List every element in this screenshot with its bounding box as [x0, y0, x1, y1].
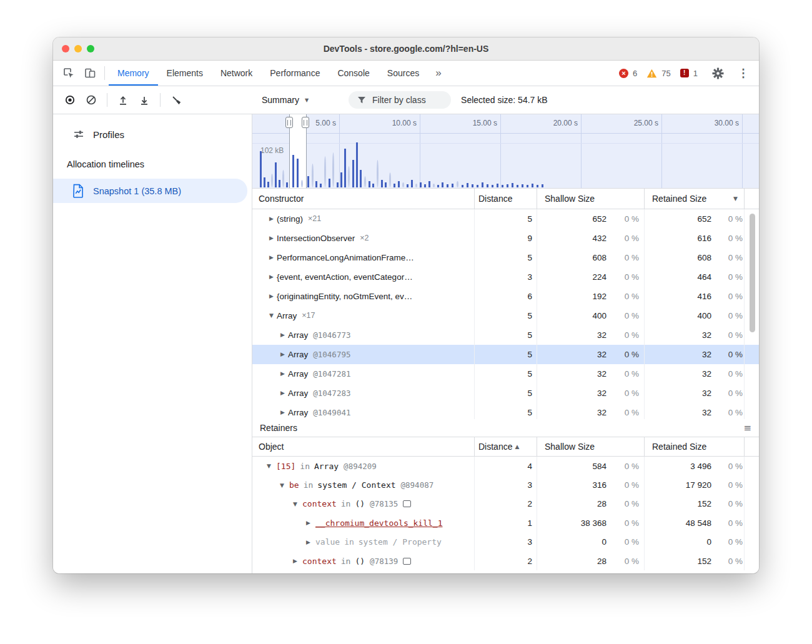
retained-size-cell: 4160 % [644, 287, 744, 306]
column-header-distance[interactable]: Distance ▲ [474, 437, 537, 456]
constructor-row[interactable]: ▶{event, eventAction, eventCategor…32240… [252, 267, 759, 287]
tab-console[interactable]: Console [329, 61, 378, 86]
tab-network[interactable]: Network [212, 61, 261, 86]
expand-arrow-icon[interactable]: ▶ [290, 558, 300, 564]
retainer-row[interactable]: ▶contextin()@781392280 %1520 % [252, 552, 759, 570]
object-cell: ▼beinsystem / Context@894087 [252, 475, 474, 494]
more-options-icon[interactable]: ⋮ [733, 63, 754, 83]
selection-handle[interactable] [285, 117, 293, 128]
expand-arrow-icon[interactable]: ▶ [277, 409, 288, 415]
column-header-retained-size[interactable]: Retained Size [644, 437, 744, 456]
snapshot-item[interactable]: Snapshot 1 (35.8 MB) [53, 179, 247, 203]
distance-cell: 9 [474, 229, 537, 248]
constructor-row[interactable]: ▶(string)×2156520 %6520 % [252, 209, 759, 229]
column-header-object[interactable]: Object [252, 437, 474, 456]
property-name: context [302, 557, 337, 566]
load-profile-icon[interactable] [112, 89, 134, 111]
expand-arrow-icon[interactable]: ▶ [303, 520, 314, 526]
record-heap-icon[interactable] [59, 89, 81, 111]
shallow-size-cell: 320 % [537, 364, 644, 384]
row-gutter [744, 457, 759, 475]
issues-icon[interactable]: ! [680, 69, 689, 77]
clear-icon[interactable] [81, 89, 102, 111]
expand-arrow-icon[interactable]: ▶ [266, 254, 277, 260]
console-warnings-icon[interactable] [646, 69, 657, 78]
inspect-element-icon[interactable] [58, 63, 79, 83]
constructor-row[interactable]: ▶Array@10490415320 %320 % [252, 403, 759, 419]
constructor-row[interactable]: ▶{originatingEntity, noGtmEvent, ev…6192… [252, 287, 759, 306]
class-filter[interactable] [349, 91, 451, 109]
warnings-count[interactable]: 75 [661, 69, 670, 78]
object-cell: ▼[15]inArray@894209 [252, 457, 474, 475]
tab-memory[interactable]: Memory [109, 61, 158, 86]
timeline-bar [301, 180, 303, 187]
timeline-bar [315, 181, 317, 187]
expand-arrow-icon[interactable]: ▶ [266, 215, 277, 222]
tab-performance[interactable]: Performance [261, 61, 329, 86]
expand-arrow-icon[interactable]: ▶ [277, 370, 288, 377]
devtools-body: Profiles Allocation timelines Snapshot 1… [53, 114, 759, 573]
distance-cell: 5 [474, 325, 537, 345]
vertical-scrollbar[interactable] [750, 214, 755, 332]
selection-handle[interactable] [302, 117, 309, 128]
expand-arrow-icon[interactable]: ▶ [277, 390, 288, 396]
tab-sources[interactable]: Sources [379, 61, 428, 86]
constructor-cell: ▶IntersectionObserver×2 [252, 229, 474, 248]
issues-count[interactable]: 1 [693, 69, 698, 78]
class-filter-input[interactable] [371, 94, 442, 106]
retainer-row[interactable]: ▶__chromium_devtools_kill_1138 3680 %48 … [252, 513, 759, 532]
object-id: @1047283 [313, 389, 350, 398]
column-header-shallow-size[interactable]: Shallow Size [537, 437, 644, 456]
constructor-row[interactable]: ▼Array×1754000 %4000 % [252, 306, 759, 325]
close-button[interactable] [62, 45, 69, 52]
constructor-row[interactable]: ▶Array@10472835320 %320 % [252, 384, 759, 403]
settings-gear-icon[interactable] [707, 63, 728, 83]
timeline-bar [411, 180, 413, 187]
constructor-row[interactable]: ▶Array@10467735320 %320 % [252, 325, 759, 345]
expand-arrow-icon[interactable]: ▶ [266, 274, 277, 280]
clear-profiles-broom-icon[interactable] [166, 89, 187, 111]
device-toolbar-icon[interactable] [79, 63, 101, 83]
collapse-arrow-icon[interactable]: ▼ [277, 482, 287, 488]
constructor-name: Array [288, 408, 308, 417]
console-errors-icon[interactable]: × [619, 69, 628, 78]
retainer-row[interactable]: ▼beinsystem / Context@89408733160 %17 92… [252, 475, 759, 494]
object-cell: ▶__chromium_devtools_kill_1 [252, 513, 474, 532]
column-header-shallow-size[interactable]: Shallow Size [537, 189, 644, 209]
perspective-select[interactable]: Summary ▼ [262, 95, 309, 105]
retainer-row[interactable]: ▼contextin()@781352280 %1520 % [252, 495, 759, 513]
tab-elements[interactable]: Elements [158, 61, 212, 86]
expand-arrow-icon[interactable]: ▶ [277, 351, 288, 357]
retainer-row[interactable]: ▶valueinsystem / Property300 %00 % [252, 533, 759, 552]
save-profile-icon[interactable] [134, 89, 155, 111]
column-header-retained-size[interactable]: Retained Size ▼ [644, 189, 744, 209]
timeline-bar [348, 166, 350, 187]
collapse-arrow-icon[interactable]: ▼ [266, 312, 277, 319]
expand-arrow-icon[interactable]: ▶ [266, 293, 277, 299]
more-tabs-icon[interactable]: » [428, 67, 448, 79]
column-header-constructor[interactable]: Constructor [252, 189, 474, 209]
collapse-arrow-icon[interactable]: ▼ [290, 501, 300, 507]
retainer-row[interactable]: ▼[15]inArray@89420945840 %3 4960 % [252, 457, 759, 475]
expand-arrow-icon[interactable]: ▶ [266, 235, 277, 241]
constructor-row[interactable]: ▶Array@10472815320 %320 % [252, 364, 759, 384]
timeline-axis-line [252, 133, 759, 134]
column-header-distance[interactable]: Distance [474, 189, 537, 209]
distance-cell: 3 [474, 475, 537, 494]
timeline-bar [324, 156, 326, 187]
constructor-row[interactable]: ▶PerformanceLongAnimationFrame…56080 %60… [252, 248, 759, 267]
object-name: system / Property [359, 537, 442, 547]
instance-count: ×2 [360, 234, 369, 242]
expand-arrow-icon[interactable]: ▶ [303, 539, 314, 545]
menu-icon[interactable]: ≡ [743, 422, 751, 433]
collapse-arrow-icon[interactable]: ▼ [264, 463, 274, 469]
errors-count[interactable]: 6 [633, 69, 637, 78]
timeline-bar [532, 184, 533, 187]
constructor-row[interactable]: ▶Array@10467955320 %320 % [252, 345, 759, 364]
constructor-name: (string) [277, 214, 303, 224]
zoom-button[interactable] [87, 45, 94, 52]
constructor-row[interactable]: ▶IntersectionObserver×294320 %6160 % [252, 229, 759, 248]
minimize-button[interactable] [74, 45, 82, 52]
expand-arrow-icon[interactable]: ▶ [277, 332, 288, 338]
allocation-timeline[interactable]: 5.00 s10.00 s15.00 s20.00 s25.00 s30.00 … [252, 114, 759, 189]
